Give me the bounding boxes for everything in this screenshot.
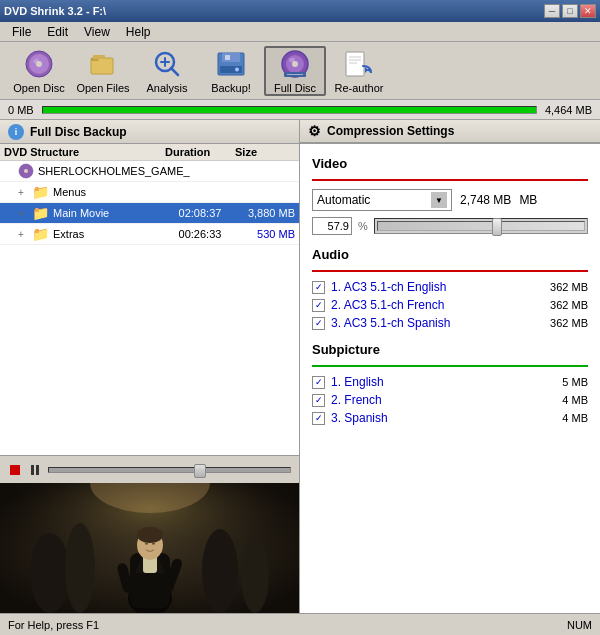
expand-icon[interactable]: + (18, 187, 28, 198)
row-name-extras: + 📁 Extras (4, 226, 165, 242)
table-row[interactable]: + 📁 Menus (0, 182, 299, 203)
video-preview-area (0, 483, 299, 613)
subpicture-label-2: 2. French (331, 393, 382, 407)
expand-icon[interactable]: + (18, 229, 28, 240)
open-disc-icon (23, 48, 55, 80)
full-disc-icon (279, 48, 311, 80)
playback-controls (0, 455, 299, 483)
svg-rect-21 (346, 52, 364, 76)
subpicture-section-title: Subpicture (312, 342, 588, 357)
subpicture-item-3: ✓ 3. Spanish 4 MB (312, 411, 588, 425)
row-name-menus: + 📁 Menus (4, 184, 165, 200)
audio-size-1: 362 MB (550, 281, 588, 293)
subpicture-checkbox-2[interactable]: ✓ (312, 394, 325, 407)
title-bar: DVD Shrink 3.2 - F:\ ─ □ ✕ (0, 0, 600, 22)
open-disc-button[interactable]: Open Disc (8, 46, 70, 96)
analysis-button[interactable]: Analysis (136, 46, 198, 96)
compression-content: Video Automatic ▼ 2,748 MB MB % (300, 144, 600, 613)
audio-item-2: ✓ 2. AC3 5.1-ch French 362 MB (312, 298, 588, 312)
compression-tab-icon: ⚙ (308, 123, 321, 139)
compression-settings-tab[interactable]: ⚙ Compression Settings (300, 120, 600, 144)
video-separator (312, 179, 588, 181)
compression-tab-label: Compression Settings (327, 124, 454, 138)
percent-row: % (312, 217, 588, 235)
subpicture-separator (312, 365, 588, 367)
percent-slider[interactable] (374, 218, 588, 234)
svg-point-31 (65, 523, 95, 613)
svg-point-32 (202, 529, 238, 613)
full-disc-label: Full Disc (274, 82, 316, 94)
subpicture-item-2: ✓ 2. French 4 MB (312, 393, 588, 407)
menu-edit[interactable]: Edit (39, 23, 76, 41)
analysis-icon (151, 48, 183, 80)
status-help-text: For Help, press F1 (8, 619, 99, 631)
percent-input[interactable] (312, 217, 352, 235)
row-name-disc: SHERLOCKHOLMES_GAME_ (4, 163, 190, 179)
close-button[interactable]: ✕ (580, 4, 596, 18)
left-panel-header: i Full Disc Backup (0, 120, 299, 144)
video-mode-dropdown[interactable]: Automatic ▼ (312, 189, 452, 211)
pause-button[interactable] (28, 463, 42, 477)
audio-checkbox-3[interactable]: ✓ (312, 317, 325, 330)
audio-item-3: ✓ 3. AC3 5.1-ch Spanish 362 MB (312, 316, 588, 330)
table-header: DVD Structure Duration Size (0, 144, 299, 161)
folder-icon-main: 📁 (32, 205, 49, 221)
subpicture-section: Subpicture ✓ 1. English 5 MB ✓ 2. French… (312, 342, 588, 425)
seek-track[interactable] (48, 467, 291, 473)
status-bar: For Help, press F1 NUM (0, 613, 600, 635)
disc-icon (18, 163, 34, 179)
progress-left-label: 0 MB (8, 104, 34, 116)
menu-bar: File Edit View Help (0, 22, 600, 42)
backup-label: Backup! (211, 82, 251, 94)
audio-label-3: 3. AC3 5.1-ch Spanish (331, 316, 450, 330)
toolbar: Open Disc Open Files Analysis (0, 42, 600, 100)
full-disc-button[interactable]: Full Disc (264, 46, 326, 96)
audio-label-1: 1. AC3 5.1-ch English (331, 280, 446, 294)
subpicture-size-2: 4 MB (562, 394, 588, 406)
svg-point-30 (30, 533, 70, 613)
maximize-button[interactable]: □ (562, 4, 578, 18)
table-row[interactable]: + 📁 Main Movie 02:08:37 3,880 MB (0, 203, 299, 224)
subpicture-item-1: ✓ 1. English 5 MB (312, 375, 588, 389)
subpicture-size-1: 5 MB (562, 376, 588, 388)
table-row[interactable]: + 📁 Extras 00:26:33 530 MB (0, 224, 299, 245)
expand-icon[interactable]: + (18, 208, 28, 219)
svg-point-14 (235, 67, 239, 71)
window-controls: ─ □ ✕ (544, 4, 596, 18)
audio-checkbox-2[interactable]: ✓ (312, 299, 325, 312)
window-title: DVD Shrink 3.2 - F:\ (4, 5, 106, 17)
percent-symbol: % (358, 220, 368, 232)
audio-checkbox-1[interactable]: ✓ (312, 281, 325, 294)
menus-label: Menus (53, 186, 86, 198)
menu-help[interactable]: Help (118, 23, 159, 41)
svg-rect-41 (145, 543, 148, 545)
video-section: Video Automatic ▼ 2,748 MB MB % (312, 156, 588, 235)
svg-line-7 (171, 68, 178, 75)
folder-icon-extras: 📁 (32, 226, 49, 242)
seek-thumb[interactable] (194, 464, 206, 478)
svg-rect-42 (152, 543, 155, 545)
open-files-button[interactable]: Open Files (72, 46, 134, 96)
table-row[interactable]: SHERLOCKHOLMES_GAME_ (0, 161, 299, 182)
subpicture-checkbox-1[interactable]: ✓ (312, 376, 325, 389)
progress-right-label: 4,464 MB (545, 104, 592, 116)
progress-track (42, 106, 537, 114)
preview-scene (0, 483, 299, 613)
subpicture-checkbox-3[interactable]: ✓ (312, 412, 325, 425)
menu-file[interactable]: File (4, 23, 39, 41)
backup-icon (215, 48, 247, 80)
subpicture-size-3: 4 MB (562, 412, 588, 424)
stop-button[interactable] (8, 463, 22, 477)
minimize-button[interactable]: ─ (544, 4, 560, 18)
svg-point-27 (24, 169, 28, 173)
menu-view[interactable]: View (76, 23, 118, 41)
backup-button[interactable]: Backup! (200, 46, 262, 96)
open-disc-label: Open Disc (13, 82, 64, 94)
re-author-label: Re-author (335, 82, 384, 94)
slider-thumb[interactable] (492, 218, 502, 236)
audio-section-title: Audio (312, 247, 588, 262)
pause-icon (31, 465, 39, 475)
analysis-label: Analysis (147, 82, 188, 94)
re-author-button[interactable]: Re-author (328, 46, 390, 96)
subpicture-label-1: 1. English (331, 375, 384, 389)
